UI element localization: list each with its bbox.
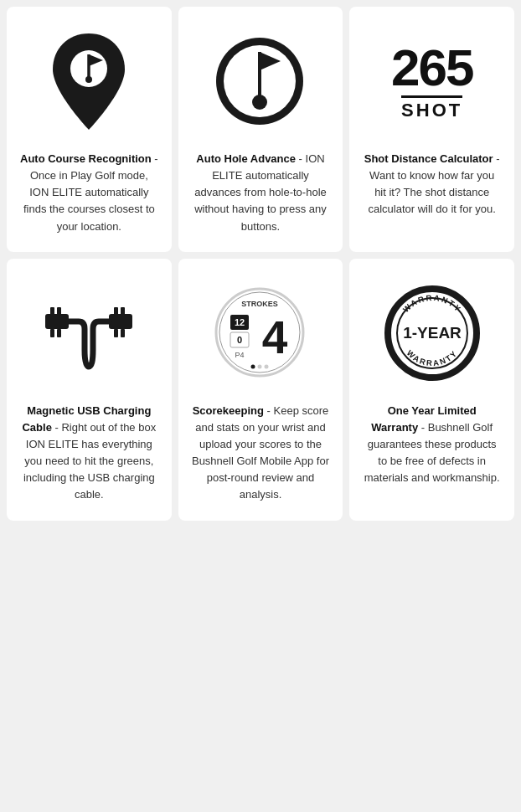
svg-rect-12: [109, 314, 132, 329]
svg-point-27: [258, 365, 262, 369]
scorekeeping-text: Scorekeeping - Keep score and stats on y…: [192, 403, 330, 504]
auto-hole-icon: [206, 27, 315, 136]
svg-text:WARRANTY: WARRANTY: [405, 347, 459, 367]
shot-distance-text: Shot Distance Calculator - Want to know …: [363, 151, 501, 218]
magnetic-usb-text: Magnetic USB Charging Cable - Right out …: [20, 403, 158, 504]
svg-text:4: 4: [262, 311, 288, 363]
svg-point-6: [252, 95, 267, 110]
svg-point-2: [85, 76, 92, 83]
shot-distance-icon: 265 SHOT: [378, 27, 487, 136]
card-auto-hole: Auto Hole Advance - ION ELITE automatica…: [178, 7, 343, 252]
warranty-text: One Year Limited Warranty - Bushnell Gol…: [363, 403, 501, 487]
feature-grid: Auto Course Recognition - Once in Play G…: [0, 0, 521, 527]
auto-course-icon: [34, 27, 143, 136]
card-auto-course: Auto Course Recognition - Once in Play G…: [7, 7, 172, 252]
auto-course-text: Auto Course Recognition - Once in Play G…: [20, 151, 158, 235]
svg-rect-7: [45, 314, 69, 329]
warranty-icon: WARRANTY WARRANTY 1-YEAR: [378, 279, 487, 388]
card-scorekeeping: STROKES 12 0 P4 4 Scorekeeping - Keep sc…: [178, 259, 343, 521]
svg-point-28: [265, 365, 269, 369]
card-magnetic-usb: Magnetic USB Charging Cable - Right out …: [7, 259, 172, 521]
card-shot-distance: 265 SHOT Shot Distance Calculator - Want…: [349, 7, 514, 252]
magnetic-usb-icon: [34, 279, 143, 388]
auto-hole-text: Auto Hole Advance - ION ELITE automatica…: [192, 151, 330, 235]
svg-rect-9: [57, 307, 61, 316]
svg-rect-13: [114, 307, 118, 316]
svg-text:12: 12: [235, 317, 245, 327]
scorekeeping-icon: STROKES 12 0 P4 4: [206, 279, 315, 388]
svg-rect-8: [50, 307, 54, 316]
svg-text:P4: P4: [235, 351, 245, 359]
svg-text:STROKES: STROKES: [242, 300, 279, 308]
svg-rect-14: [121, 307, 125, 316]
svg-rect-15: [114, 329, 118, 337]
card-warranty: WARRANTY WARRANTY 1-YEAR One Year Limite…: [349, 259, 514, 521]
svg-text:0: 0: [237, 335, 242, 345]
svg-text:1-YEAR: 1-YEAR: [403, 324, 462, 342]
svg-rect-11: [57, 329, 61, 337]
svg-rect-16: [121, 329, 125, 337]
svg-point-26: [251, 365, 255, 369]
svg-rect-10: [50, 329, 54, 337]
